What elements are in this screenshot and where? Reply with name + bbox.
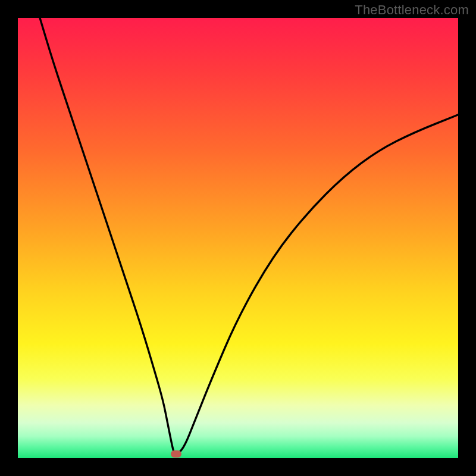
bottleneck-curve	[18, 18, 458, 458]
chart-frame: TheBottleneck.com	[0, 0, 476, 476]
watermark-text: TheBottleneck.com	[355, 2, 469, 18]
optimal-point-marker	[171, 450, 181, 458]
plot-area	[18, 18, 458, 458]
